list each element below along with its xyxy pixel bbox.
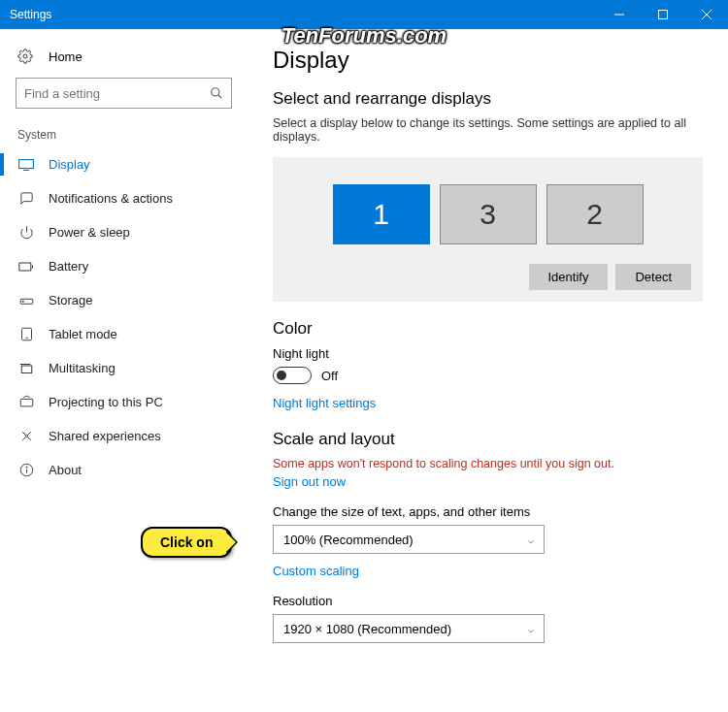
shared-icon bbox=[17, 429, 35, 443]
size-label: Change the size of text, apps, and other… bbox=[273, 504, 703, 519]
sidebar-item-notifications[interactable]: Notifications & actions bbox=[0, 181, 248, 215]
sidebar-item-projecting[interactable]: Projecting to this PC bbox=[0, 385, 248, 419]
svg-rect-7 bbox=[19, 159, 34, 168]
monitor-2[interactable]: 2 bbox=[546, 184, 644, 244]
nav-label: Battery bbox=[49, 259, 88, 274]
sidebar-item-shared[interactable]: Shared experiences bbox=[0, 419, 248, 453]
svg-line-6 bbox=[218, 95, 222, 99]
nav-label: Display bbox=[49, 157, 90, 172]
custom-scaling-link[interactable]: Custom scaling bbox=[273, 564, 359, 578]
notifications-icon bbox=[17, 191, 35, 206]
storage-icon bbox=[17, 293, 35, 307]
night-light-settings-link[interactable]: Night light settings bbox=[273, 396, 376, 410]
nav-label: About bbox=[49, 463, 82, 477]
maximize-button[interactable] bbox=[641, 0, 684, 29]
svg-rect-1 bbox=[658, 11, 667, 19]
scaling-dropdown[interactable]: 100% (Recommended) ⌵ bbox=[273, 525, 545, 554]
chevron-down-icon: ⌵ bbox=[528, 534, 534, 545]
home-button[interactable]: Home bbox=[0, 41, 248, 74]
resolution-dropdown[interactable]: 1920 × 1080 (Recommended) ⌵ bbox=[273, 614, 545, 643]
resolution-value: 1920 × 1080 (Recommended) bbox=[283, 622, 451, 636]
nav-label: Multitasking bbox=[49, 361, 116, 375]
chevron-down-icon: ⌵ bbox=[528, 624, 534, 634]
color-heading: Color bbox=[273, 319, 703, 339]
search-input-container[interactable] bbox=[16, 78, 232, 109]
display-icon bbox=[17, 159, 35, 171]
titlebar: Settings bbox=[0, 0, 728, 29]
callout-label: Click on bbox=[141, 527, 232, 558]
multitasking-icon bbox=[17, 363, 35, 374]
sign-out-link[interactable]: Sign out now bbox=[273, 474, 346, 489]
toggle-state: Off bbox=[321, 369, 338, 383]
nav-label: Storage bbox=[49, 293, 93, 307]
arrange-desc: Select a display below to change its set… bbox=[273, 116, 703, 144]
sidebar-item-storage[interactable]: Storage bbox=[0, 283, 248, 317]
power-icon bbox=[17, 225, 35, 240]
svg-point-23 bbox=[26, 467, 27, 468]
arrange-heading: Select and rearrange displays bbox=[273, 89, 703, 109]
page-title: Display bbox=[273, 47, 703, 74]
sidebar-item-tablet[interactable]: Tablet mode bbox=[0, 317, 248, 351]
nav-label: Shared experiences bbox=[49, 429, 161, 443]
night-light-label: Night light bbox=[273, 346, 703, 361]
scaling-warning: Some apps won't respond to scaling chang… bbox=[273, 457, 703, 470]
sidebar-item-multitasking[interactable]: Multitasking bbox=[0, 351, 248, 385]
window-title: Settings bbox=[10, 8, 51, 21]
identify-button[interactable]: Identify bbox=[529, 264, 609, 290]
info-icon bbox=[17, 463, 35, 477]
monitor-layout[interactable]: 1 3 2 bbox=[284, 184, 691, 244]
nav-label: Notifications & actions bbox=[49, 191, 173, 206]
section-label: System bbox=[0, 126, 248, 147]
minimize-button[interactable] bbox=[597, 0, 641, 29]
svg-rect-14 bbox=[21, 328, 31, 340]
sidebar-item-power[interactable]: Power & sleep bbox=[0, 215, 248, 249]
toggle-track[interactable] bbox=[273, 367, 312, 384]
svg-point-4 bbox=[23, 54, 27, 58]
svg-point-5 bbox=[212, 88, 219, 96]
resolution-label: Resolution bbox=[273, 594, 703, 608]
main-content: Display Select and rearrange displays Se… bbox=[248, 29, 728, 712]
display-arrange-panel: 1 3 2 Identify Detect bbox=[273, 157, 703, 302]
window-controls bbox=[597, 0, 728, 29]
close-button[interactable] bbox=[684, 0, 728, 29]
svg-rect-10 bbox=[19, 263, 31, 271]
svg-point-13 bbox=[22, 301, 23, 302]
projecting-icon bbox=[17, 395, 35, 409]
sidebar-item-display[interactable]: Display bbox=[0, 147, 248, 181]
search-icon bbox=[210, 86, 223, 100]
svg-rect-17 bbox=[20, 399, 33, 406]
scale-heading: Scale and layout bbox=[273, 430, 703, 449]
night-light-toggle[interactable]: Off bbox=[273, 367, 703, 384]
nav-label: Tablet mode bbox=[49, 327, 117, 341]
home-label: Home bbox=[49, 49, 83, 64]
nav-label: Power & sleep bbox=[49, 225, 130, 240]
battery-icon bbox=[17, 262, 35, 272]
gear-icon bbox=[17, 49, 35, 64]
monitor-1[interactable]: 1 bbox=[333, 184, 430, 244]
tablet-icon bbox=[17, 327, 35, 341]
svg-rect-16 bbox=[21, 366, 32, 373]
search-input[interactable] bbox=[24, 86, 210, 101]
monitor-3[interactable]: 3 bbox=[440, 184, 537, 244]
sidebar: Home System Display Notifications & acti… bbox=[0, 29, 248, 712]
scaling-value: 100% (Recommended) bbox=[283, 533, 414, 547]
sidebar-item-battery[interactable]: Battery bbox=[0, 249, 248, 283]
sidebar-item-about[interactable]: About bbox=[0, 453, 248, 487]
detect-button[interactable]: Detect bbox=[615, 264, 691, 290]
nav-label: Projecting to this PC bbox=[49, 395, 163, 409]
svg-point-20 bbox=[25, 435, 28, 437]
